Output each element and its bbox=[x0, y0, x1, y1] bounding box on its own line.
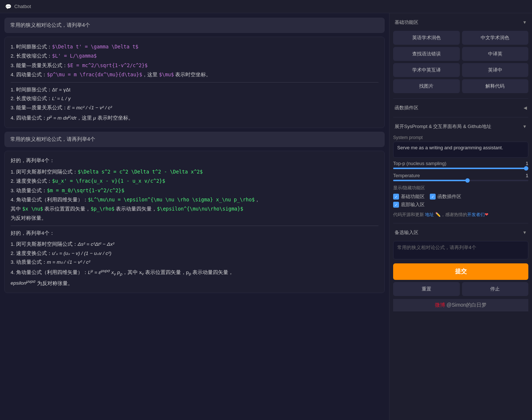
user-message-2: 常用的狭义相对论公式，请再列举4个 bbox=[4, 132, 385, 147]
divider-2 bbox=[11, 226, 378, 226]
user-message-1: 常用的狭义相对论公式，请列举4个 bbox=[4, 18, 385, 33]
list-item: 2. 速度变换公式：$u_x' = \frac{u_x - v}{1 - u_x… bbox=[11, 176, 378, 186]
plugin-section-header: 函数插件区 ◀ bbox=[393, 102, 528, 113]
chatbot-icon: 💬 bbox=[5, 4, 11, 10]
list-item: 4. 四动量公式：$p^\mu = m \frac{dx^\mu}{d\tau}… bbox=[11, 70, 378, 79]
watermark: 微博 @Simon的白日梦 bbox=[393, 299, 528, 311]
backup-section-label: 备选输入区 bbox=[395, 229, 418, 236]
backup-content: 提交 重置 停止 bbox=[393, 241, 528, 296]
top-p-slider[interactable] bbox=[393, 168, 528, 169]
main-layout: 常用的狭义相对论公式，请列举4个 1. 时间膨胀公式：$\Delta t' = … bbox=[0, 13, 532, 420]
btn-en-polish[interactable]: 英语学术润色 bbox=[393, 31, 460, 45]
checkbox-bottom-box[interactable]: ✓ bbox=[393, 202, 399, 208]
latex-block-2: 1. 闵可夫斯基时空间隔公式：$\Delta s^2 = c^2 \Delta … bbox=[11, 167, 378, 223]
app-title: Chatbot bbox=[14, 4, 31, 9]
btn-grammar[interactable]: 查找语法错误 bbox=[393, 47, 460, 61]
basic-section-label: 基础功能区 bbox=[395, 19, 418, 26]
list-item: 4. 角动量公式（利用四维矢量）：Lμ = εμνρσ xν pρ，其中 xν … bbox=[11, 267, 378, 288]
list-item: 1. 时间膨胀公式：Δt′ = γΔt bbox=[11, 85, 378, 94]
temperature-row: Temperature 1 bbox=[393, 173, 528, 178]
submit-button[interactable]: 提交 bbox=[393, 263, 528, 280]
outro-text: 好的，再列举4个： bbox=[11, 229, 378, 238]
list-item: 3. 动质量公式：m = m₀ / √1 − v² / c² bbox=[11, 258, 378, 267]
sysprompt-label: System prompt bbox=[393, 135, 528, 140]
list-item: 2. 长度收缩公式：$L' = L/\gamma$ bbox=[11, 51, 378, 61]
basic-section-header: 基础功能区 ▼ bbox=[393, 17, 528, 28]
checkbox-plugin-box[interactable]: ✓ bbox=[430, 194, 436, 200]
list-item: 3. 能量—质量关系公式：E = mc² / √1 − v² / c² bbox=[11, 103, 378, 112]
sysprompt-section-label: 展开SysPrompt & 交互界面布局 & Github地址 bbox=[395, 123, 491, 130]
reset-button[interactable]: 重置 bbox=[393, 282, 460, 296]
checkbox-basic-label: 基础功能区 bbox=[401, 193, 425, 200]
list-item: 1. 闵可夫斯基时空间隔公式：Δs² = c²Δt² − Δx² bbox=[11, 240, 378, 249]
rendered-block-2: 1. 闵可夫斯基时空间隔公式：Δs² = c²Δt² − Δx² 2. 速度变换… bbox=[11, 240, 378, 288]
weibo-icon: 微博 bbox=[435, 302, 445, 308]
footer-text-before: 代码开源和更新 bbox=[393, 212, 424, 217]
latex-block: 1. 时间膨胀公式：$\Delta t' = \gamma \Delta t$ … bbox=[11, 42, 378, 79]
intro-text: 好的，再列举4个： bbox=[11, 156, 378, 165]
backup-section-header: 备选输入区 ▼ bbox=[393, 227, 528, 238]
assistant-message-1: 1. 时间膨胀公式：$\Delta t' = \gamma \Delta t$ … bbox=[4, 37, 385, 128]
stop-button[interactable]: 停止 bbox=[462, 282, 529, 296]
btn-find-image[interactable]: 找图片 bbox=[393, 79, 460, 93]
top-p-label: Top-p (nucleus sampling) bbox=[393, 161, 446, 166]
btn-zh-to-en[interactable]: 中译英 bbox=[462, 47, 529, 61]
btn-en-to-zh[interactable]: 英译中 bbox=[462, 63, 529, 77]
top-p-row: Top-p (nucleus sampling) 1 bbox=[393, 161, 528, 166]
btn-zh-polish[interactable]: 中文学术润色 bbox=[462, 31, 529, 45]
basic-btn-grid: 英语学术润色 中文学术润色 查找语法错误 中译英 学术中英互译 英译中 找图片 … bbox=[393, 31, 528, 93]
plugin-section-label: 函数插件区 bbox=[395, 105, 418, 111]
list-item: 2. 速度变换公式：u′ₓ = (uₓ − v) / (1 − uₓv / c²… bbox=[11, 249, 378, 258]
sysprompt-content: System prompt Serve me as a writing and … bbox=[393, 135, 528, 219]
visibility-checkboxes: ✓ 基础功能区 ✓ 函数插件区 bbox=[393, 193, 528, 200]
temperature-value: 1 bbox=[526, 173, 528, 178]
temperature-label: Temperature bbox=[393, 173, 420, 178]
divider-2 bbox=[393, 117, 528, 117]
divider-1 bbox=[393, 98, 528, 99]
sysprompt-section-header[interactable]: 展开SysPrompt & 交互界面布局 & Github地址 ▼ bbox=[393, 121, 528, 132]
top-bar: 💬 Chatbot bbox=[0, 0, 532, 13]
watermark-text: @Simon的白日梦 bbox=[446, 302, 487, 308]
btn-academic-translate[interactable]: 学术中英互译 bbox=[393, 63, 460, 77]
btn-explain-code[interactable]: 解释代码 bbox=[462, 79, 529, 93]
basic-section-arrow[interactable]: ▼ bbox=[522, 20, 527, 25]
backup-section-arrow[interactable]: ▼ bbox=[522, 230, 527, 235]
visibility-checkboxes-2: ✓ 底部输入区 bbox=[393, 201, 528, 208]
backup-input[interactable] bbox=[393, 241, 528, 259]
list-item: 3. 动质量公式：$m = m_0/\sqrt{1-v^2/c^2}$ bbox=[11, 186, 378, 195]
list-item: 2. 长度收缩公式：L′ = L / γ bbox=[11, 94, 378, 103]
list-item: 3. 能量—质量关系公式：$E = mc^2/\sqrt{1-v^2/c^2}$ bbox=[11, 61, 378, 70]
list-item: 1. 闵可夫斯基时空间隔公式：$\Delta s^2 = c^2 \Delta … bbox=[11, 167, 378, 176]
assistant-message-2: 好的，再列举4个： 1. 闵可夫斯基时空间隔公式：$\Delta s^2 = c… bbox=[4, 151, 385, 293]
chat-panel: 常用的狭义相对论公式，请列举4个 1. 时间膨胀公式：$\Delta t' = … bbox=[0, 13, 389, 420]
checkbox-bottom-label: 底部输入区 bbox=[401, 201, 425, 208]
footer-link[interactable]: 地址 bbox=[425, 212, 434, 217]
divider-3 bbox=[393, 223, 528, 223]
top-p-value: 1 bbox=[526, 161, 528, 166]
rendered-block: 1. 时间膨胀公式：Δt′ = γΔt 2. 长度收缩公式：L′ = L / γ… bbox=[11, 85, 378, 123]
right-panel: 基础功能区 ▼ 英语学术润色 中文学术润色 查找语法错误 中译英 学术中英互译 … bbox=[389, 13, 532, 420]
checkbox-plugin-label: 函数插件区 bbox=[437, 193, 461, 200]
divider bbox=[11, 82, 378, 83]
checkbox-bottom[interactable]: ✓ 底部输入区 bbox=[393, 201, 425, 208]
contributors-link[interactable]: 开发者们 bbox=[467, 212, 485, 217]
temperature-slider[interactable] bbox=[393, 180, 528, 181]
heart-icon: ❤ bbox=[485, 212, 488, 217]
sysprompt-section-arrow[interactable]: ▼ bbox=[522, 124, 527, 129]
plugin-section-arrow[interactable]: ◀ bbox=[524, 105, 527, 110]
bottom-actions: 重置 停止 bbox=[393, 282, 528, 296]
footer-links: 代码开源和更新 地址 ✏️，感谢热情的开发者们❤ bbox=[393, 210, 528, 219]
list-item: 4. 四动量公式：pμ = m dxμ/dτ，这里 μ 表示时空坐标。 bbox=[11, 112, 378, 123]
sysprompt-text[interactable]: Serve me as a writing and programming as… bbox=[393, 142, 528, 158]
visibility-label: 显示/隐藏功能区 bbox=[393, 185, 528, 191]
list-item: 4. 角动量公式（利用四维矢量）：$L^\mu\nu = \epsilon^{\… bbox=[11, 195, 378, 223]
checkbox-plugin[interactable]: ✓ 函数插件区 bbox=[430, 193, 461, 200]
checkbox-basic[interactable]: ✓ 基础功能区 bbox=[393, 193, 425, 200]
list-item: 1. 时间膨胀公式：$\Delta t' = \gamma \Delta t$ bbox=[11, 42, 378, 51]
checkbox-basic-box[interactable]: ✓ bbox=[393, 194, 399, 200]
